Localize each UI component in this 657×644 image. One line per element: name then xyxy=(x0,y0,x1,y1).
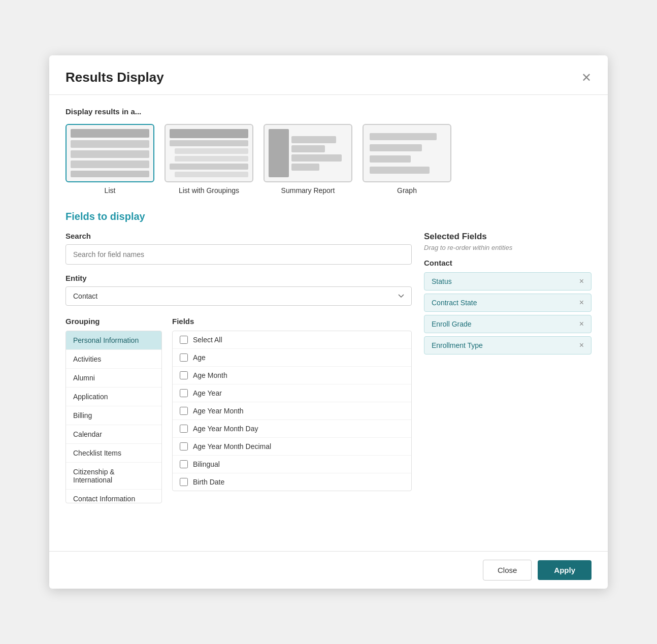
field-label-age-year-month-decimal[interactable]: Age Year Month Decimal xyxy=(193,442,271,450)
display-option-summary[interactable]: Summary Report xyxy=(264,124,352,195)
field-label-birth-date[interactable]: Birth Date xyxy=(193,478,224,486)
field-checkbox-age-year[interactable] xyxy=(180,389,188,397)
selected-fields-hint: Drag to re-order within entities xyxy=(424,244,592,251)
display-card-list[interactable] xyxy=(65,124,154,182)
search-input[interactable] xyxy=(65,244,412,265)
selected-field-item-status[interactable]: Status × xyxy=(424,272,592,291)
grouping-fields-row: Grouping Personal Information Activities… xyxy=(65,317,412,503)
field-label-age-year-month[interactable]: Age Year Month xyxy=(193,407,244,415)
field-item-age-year[interactable]: Age Year xyxy=(173,384,411,402)
modal-header: Results Display ✕ xyxy=(49,55,608,95)
field-checkbox-age-year-month-decimal[interactable] xyxy=(180,442,188,450)
field-label-age-year[interactable]: Age Year xyxy=(193,389,222,397)
field-item-age[interactable]: Age xyxy=(173,349,411,367)
grouping-item[interactable]: Alumni xyxy=(66,369,161,388)
field-item-birth-date[interactable]: Birth Date xyxy=(173,473,411,491)
field-label-select-all[interactable]: Select All xyxy=(193,336,222,344)
display-option-summary-label: Summary Report xyxy=(281,186,335,195)
grouping-item[interactable]: Application xyxy=(66,388,161,406)
fields-header: Fields xyxy=(172,317,412,326)
entity-select[interactable]: Contact Application Alumni xyxy=(65,286,412,306)
grouping-item[interactable]: Checklist Items xyxy=(66,444,161,463)
grouping-header: Grouping xyxy=(65,317,162,326)
close-button[interactable]: Close xyxy=(483,560,532,581)
grouping-item[interactable]: Activities xyxy=(66,350,161,369)
field-checkbox-age-month[interactable] xyxy=(180,371,188,379)
field-checkbox-age-year-month-day[interactable] xyxy=(180,425,188,433)
remove-status-button[interactable]: × xyxy=(579,277,584,285)
field-checkbox-age[interactable] xyxy=(180,353,188,362)
selected-field-item-enroll-grade[interactable]: Enroll Grade × xyxy=(424,315,592,333)
selected-field-enroll-grade-label: Enroll Grade xyxy=(432,320,472,328)
search-label: Search xyxy=(65,232,412,240)
display-card-groupings[interactable] xyxy=(165,124,253,182)
fields-col: Fields Select All Age xyxy=(172,317,412,503)
field-label-age-year-month-day[interactable]: Age Year Month Day xyxy=(193,425,258,433)
modal-title: Results Display xyxy=(65,70,164,85)
selected-field-status-label: Status xyxy=(432,277,452,285)
display-option-groupings-label: List with Groupings xyxy=(179,186,239,195)
apply-button[interactable]: Apply xyxy=(538,560,592,580)
grouping-item[interactable]: Billing xyxy=(66,406,161,425)
selected-field-item-contract-state[interactable]: Contract State × xyxy=(424,294,592,312)
field-item-age-month[interactable]: Age Month xyxy=(173,367,411,384)
display-option-list-label: List xyxy=(105,186,116,195)
remove-enroll-grade-button[interactable]: × xyxy=(579,320,584,328)
grouping-item[interactable]: Contact Information xyxy=(66,490,161,503)
grouping-col: Grouping Personal Information Activities… xyxy=(65,317,162,503)
fields-to-display-title: Fields to display xyxy=(65,211,592,222)
right-column: Selected Fields Drag to re-order within … xyxy=(424,232,592,503)
grouping-item[interactable]: Personal Information xyxy=(66,331,161,350)
left-column: Search Entity Contact Application Alumni… xyxy=(65,232,412,503)
grouping-item[interactable]: Citizenship & International xyxy=(66,463,161,490)
field-checkbox-age-year-month[interactable] xyxy=(180,407,188,415)
field-item-age-year-month-decimal[interactable]: Age Year Month Decimal xyxy=(173,438,411,456)
display-option-graph[interactable]: Graph xyxy=(363,124,451,195)
grouping-item[interactable]: Calendar xyxy=(66,425,161,444)
display-option-list[interactable]: List xyxy=(65,124,154,195)
close-button[interactable]: ✕ xyxy=(581,72,592,84)
selected-field-item-enrollment-type[interactable]: Enrollment Type × xyxy=(424,336,592,355)
main-columns: Search Entity Contact Application Alumni… xyxy=(65,232,592,503)
remove-contract-state-button[interactable]: × xyxy=(579,299,584,307)
selected-field-contract-state-label: Contract State xyxy=(432,299,477,307)
entity-label: Entity xyxy=(65,274,412,282)
field-label-age-month[interactable]: Age Month xyxy=(193,371,227,379)
field-item-select-all[interactable]: Select All xyxy=(173,331,411,349)
selected-fields-title: Selected Fields xyxy=(424,232,592,242)
modal-footer: Close Apply xyxy=(49,551,608,589)
display-options: List List with Groupings xyxy=(65,124,592,195)
field-label-age[interactable]: Age xyxy=(193,353,206,362)
display-card-graph[interactable] xyxy=(363,124,451,182)
grouping-list: Personal Information Activities Alumni A… xyxy=(65,331,162,503)
results-display-modal: Results Display ✕ Display results in a..… xyxy=(49,55,608,589)
display-section-label: Display results in a... xyxy=(65,107,592,116)
field-checkbox-bilingual[interactable] xyxy=(180,460,188,468)
display-option-groupings[interactable]: List with Groupings xyxy=(165,124,253,195)
field-item-age-year-month-day[interactable]: Age Year Month Day xyxy=(173,420,411,438)
selected-field-enrollment-type-label: Enrollment Type xyxy=(432,341,483,349)
fields-list: Select All Age Age Month xyxy=(172,331,412,491)
field-item-age-year-month[interactable]: Age Year Month xyxy=(173,402,411,420)
display-card-summary[interactable] xyxy=(264,124,352,182)
modal-body: Display results in a... List xyxy=(49,95,608,551)
field-label-bilingual[interactable]: Bilingual xyxy=(193,460,220,468)
field-checkbox-birth-date[interactable] xyxy=(180,478,188,486)
display-option-graph-label: Graph xyxy=(397,186,417,195)
field-item-bilingual[interactable]: Bilingual xyxy=(173,456,411,473)
selected-entity-label: Contact xyxy=(424,259,592,267)
field-checkbox-select-all[interactable] xyxy=(180,336,188,344)
remove-enrollment-type-button[interactable]: × xyxy=(579,341,584,349)
